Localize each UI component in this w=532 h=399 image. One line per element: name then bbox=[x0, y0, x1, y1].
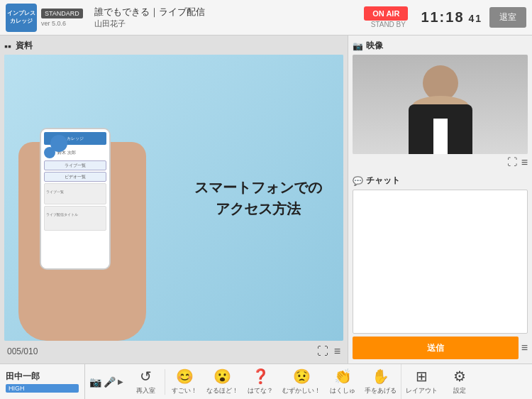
video-footer: ⛶ ≡ bbox=[353, 156, 528, 169]
on-air-button[interactable]: ON AIR bbox=[364, 6, 408, 21]
chat-header: 💬 チャット bbox=[353, 175, 528, 187]
bottom-bar: 田中一郎 HIGH 📷 🎤 ▶ ↺ 再入室 😊 すごい！ 😮 なるほど！ ❓ は… bbox=[0, 364, 532, 399]
video-header: 📷 映像 bbox=[353, 40, 528, 52]
hakushu-label: はくしゅ bbox=[330, 386, 355, 395]
slide-main-text: スマートフォンでの アクセス方法 bbox=[194, 177, 322, 219]
chat-section: 💬 チャット 送信 ≡ bbox=[353, 175, 528, 359]
user-info: 田中一郎 HIGH bbox=[0, 364, 85, 399]
layout-icon: ⊞ bbox=[416, 368, 428, 385]
naruhodo-icon: 😮 bbox=[214, 368, 231, 385]
hatena-icon: ❓ bbox=[252, 368, 270, 385]
reaction-raise-hand[interactable]: ✋ 手をあげる bbox=[360, 364, 401, 399]
phone: カレッジ 鈴木 次郎 ライブ一覧 ビデオ一覧 ライブ一覧 bbox=[40, 128, 111, 270]
quality-badge: HIGH bbox=[6, 384, 79, 393]
muzukashii-label: むずかしい！ bbox=[282, 386, 321, 395]
standard-badge: STANDARD bbox=[41, 9, 83, 18]
logo: インプレスカレッジ bbox=[6, 4, 37, 32]
slide-content: カレッジ 鈴木 次郎 ライブ一覧 ビデオ一覧 ライブ一覧 bbox=[4, 55, 343, 341]
video-feed bbox=[353, 55, 528, 154]
phone-avatar bbox=[50, 135, 67, 152]
mic-level-icon[interactable]: ▶ bbox=[118, 378, 123, 386]
layout-button[interactable]: ⊞ レイアウト bbox=[401, 364, 442, 399]
rejoin-label: 再入室 bbox=[136, 386, 155, 395]
logo-text: インプレスカレッジ bbox=[7, 10, 35, 25]
hakushu-icon: 👏 bbox=[334, 368, 352, 385]
header: インプレスカレッジ STANDARD ver 5.0.6 誰でもできる｜ライブ配… bbox=[0, 0, 532, 35]
send-button[interactable]: 送信 bbox=[353, 337, 519, 359]
reaction-muzukashii[interactable]: 😟 むずかしい！ bbox=[278, 364, 325, 399]
logo-area: インプレスカレッジ STANDARD ver 5.0.6 bbox=[6, 4, 83, 32]
version-text: ver 5.0.6 bbox=[41, 20, 83, 27]
reaction-naruhodo[interactable]: 😮 なるほど！ bbox=[202, 364, 243, 399]
bottom-controls: ↺ 再入室 😊 すごい！ 😮 なるほど！ ❓ はてな？ 😟 むずかしい！ 👏 は… bbox=[128, 364, 532, 399]
sugoi-label: すごい！ bbox=[172, 386, 197, 395]
chat-bubble-icon: 💬 bbox=[353, 176, 363, 186]
settings-button[interactable]: ⚙ 設定 bbox=[442, 364, 477, 399]
on-air-area: ON AIR STAND BY bbox=[364, 6, 412, 28]
user-name: 田中一郎 bbox=[6, 371, 79, 383]
exit-button[interactable]: 退室 bbox=[489, 7, 526, 28]
phone-btn-1: ライブ一覧 bbox=[44, 160, 106, 170]
phone-hand-illustration: カレッジ 鈴木 次郎 ライブ一覧 ビデオ一覧 ライブ一覧 bbox=[11, 114, 153, 341]
naruhodo-label: なるほど！ bbox=[206, 386, 238, 395]
video-menu-icon[interactable]: ≡ bbox=[521, 156, 528, 169]
chat-send-row: 送信 ≡ bbox=[353, 337, 528, 359]
slide-page: 005/010 bbox=[7, 346, 38, 356]
phone-btn-2: ビデオ一覧 bbox=[44, 172, 106, 182]
slide-controls: ⛶ ≡ bbox=[317, 345, 340, 358]
sugoi-icon: 😊 bbox=[176, 368, 194, 385]
chat-menu-icon[interactable]: ≡ bbox=[521, 341, 528, 354]
gear-icon: ⚙ bbox=[453, 368, 466, 385]
slide-panel: ▪▪ 資料 カレッジ 鈴木 次郎 bbox=[0, 35, 348, 364]
camera-icon[interactable]: 📷 bbox=[89, 376, 101, 388]
slide-menu-icon[interactable]: ≡ bbox=[334, 345, 340, 358]
layout-label: レイアウト bbox=[406, 386, 438, 395]
settings-label: 設定 bbox=[453, 386, 466, 395]
reaction-hatena[interactable]: ❓ はてな？ bbox=[243, 364, 278, 399]
chat-label: チャット bbox=[366, 175, 400, 187]
time-display: 11:18 41 bbox=[421, 9, 482, 26]
rejoin-icon: ↺ bbox=[140, 368, 152, 385]
slide-inner: カレッジ 鈴木 次郎 ライブ一覧 ビデオ一覧 ライブ一覧 bbox=[4, 55, 343, 341]
chat-messages bbox=[353, 190, 528, 334]
presenter-name: 山田花子 bbox=[94, 18, 364, 29]
right-panel: 📷 映像 ⛶ ≡ 💬 チャット bbox=[348, 35, 532, 364]
person-body bbox=[409, 104, 472, 154]
title-area: 誰でもできる｜ライブ配信 山田花子 bbox=[94, 6, 364, 29]
slide-footer: 005/010 ⛶ ≡ bbox=[4, 344, 343, 359]
camera-mic-controls: 📷 🎤 ▶ bbox=[85, 376, 128, 388]
video-section: 📷 映像 ⛶ ≡ bbox=[353, 40, 528, 169]
raise-hand-icon: ✋ bbox=[372, 368, 389, 385]
phone-screen: カレッジ 鈴木 次郎 ライブ一覧 ビデオ一覧 ライブ一覧 bbox=[41, 129, 109, 268]
reaction-sugoi[interactable]: 😊 すごい！ bbox=[167, 364, 202, 399]
slide-panel-header: ▪▪ 資料 bbox=[4, 40, 343, 52]
stand-by-status: STAND BY bbox=[371, 21, 406, 28]
slide-icon: ▪▪ bbox=[4, 40, 11, 52]
shirt-white bbox=[433, 119, 448, 154]
hatena-label: はてな？ bbox=[248, 386, 273, 395]
raise-hand-label: 手をあげる bbox=[365, 386, 397, 395]
reaction-hakushu[interactable]: 👏 はくしゅ bbox=[325, 364, 360, 399]
muzukashii-icon: 😟 bbox=[293, 368, 311, 385]
slide-panel-label: 資料 bbox=[16, 40, 33, 52]
fullscreen-icon[interactable]: ⛶ bbox=[317, 345, 328, 358]
rejoin-button[interactable]: ↺ 再入室 bbox=[128, 364, 163, 399]
video-label: 映像 bbox=[366, 40, 383, 52]
microphone-icon[interactable]: 🎤 bbox=[104, 376, 116, 388]
main-area: ▪▪ 資料 カレッジ 鈴木 次郎 bbox=[0, 35, 532, 364]
slide-text: スマートフォンでの アクセス方法 bbox=[194, 177, 322, 219]
broadcast-title: 誰でもできる｜ライブ配信 bbox=[94, 6, 364, 18]
video-camera-icon: 📷 bbox=[353, 41, 363, 51]
separator bbox=[165, 369, 165, 395]
crop-icon[interactable]: ⛶ bbox=[507, 156, 517, 169]
